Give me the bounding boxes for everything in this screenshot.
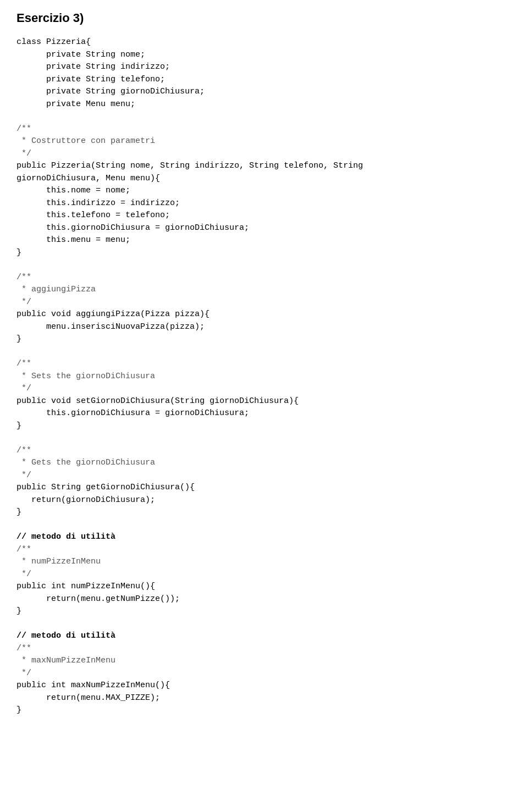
- code-line: * numPizzeInMenu: [16, 557, 101, 566]
- code-line: /**: [16, 644, 31, 653]
- code-line: private String telefono;: [16, 75, 165, 84]
- code-line: giornoDiChiusura, Menu menu){: [16, 174, 160, 183]
- code-line: public int maxNumPizzeInMenu(){: [16, 681, 170, 690]
- code-line: /**: [16, 124, 31, 134]
- code-line: menu.inserisciNuovaPizza(pizza);: [16, 322, 205, 332]
- code-line: */: [16, 570, 31, 579]
- code-line: /**: [16, 359, 31, 368]
- code-line: /**: [16, 545, 31, 554]
- code-line: /**: [16, 446, 31, 455]
- code-line: * Gets the giornoDiChiusura: [16, 458, 155, 467]
- code-line: // metodo di utilità: [16, 631, 116, 640]
- code-line: this.indirizzo = indirizzo;: [16, 198, 180, 208]
- code-line: return(giornoDiChiusura);: [16, 495, 155, 505]
- code-line: public int numPizzeInMenu(){: [16, 582, 155, 591]
- code-line: */: [16, 384, 31, 393]
- code-line: this.menu = menu;: [16, 235, 130, 245]
- code-line: private String giornoDiChiusura;: [16, 87, 205, 96]
- code-line: */: [16, 669, 31, 678]
- code-line: this.giornoDiChiusura = giornoDiChiusura…: [16, 223, 249, 233]
- code-line: return(menu.MAX_PIZZE);: [16, 693, 160, 703]
- code-line: public String getGiornoDiChiusura(){: [16, 483, 195, 492]
- code-line: /**: [16, 273, 31, 282]
- code-line: }: [16, 248, 21, 257]
- code-line: }: [16, 606, 21, 616]
- code-line: */: [16, 149, 31, 158]
- code-line: * Sets the giornoDiChiusura: [16, 372, 155, 381]
- code-line: * aggiungiPizza: [16, 285, 96, 294]
- code-line: */: [16, 297, 31, 307]
- code-line: this.telefono = telefono;: [16, 211, 170, 220]
- code-line: }: [16, 507, 21, 517]
- code-line: private Menu menu;: [16, 100, 135, 109]
- code-line: }: [16, 705, 21, 715]
- code-container: class Pizzeria{ private String nome; pri…: [16, 36, 512, 717]
- code-line: public void aggiungiPizza(Pizza pizza){: [16, 310, 210, 319]
- code-line: * Costruttore con parametri: [16, 136, 155, 146]
- code-line: public Pizzeria(String nome, String indi…: [16, 161, 363, 170]
- code-line: return(menu.getNumPizze());: [16, 594, 180, 604]
- code-line: // metodo di utilità: [16, 532, 116, 542]
- code-line: private String indirizzo;: [16, 62, 170, 71]
- code-line: public void setGiornoDiChiusura(String g…: [16, 396, 299, 406]
- code-line: }: [16, 421, 21, 430]
- code-line: */: [16, 471, 31, 480]
- code-line: class Pizzeria{: [16, 37, 91, 47]
- code-line: this.giornoDiChiusura = giornoDiChiusura…: [16, 408, 249, 418]
- page-title: Esercizio 3): [16, 11, 512, 25]
- code-line: }: [16, 334, 21, 344]
- code-line: * maxNumPizzeInMenu: [16, 656, 116, 665]
- code-line: this.nome = nome;: [16, 186, 130, 195]
- code-line: private String nome;: [16, 50, 145, 59]
